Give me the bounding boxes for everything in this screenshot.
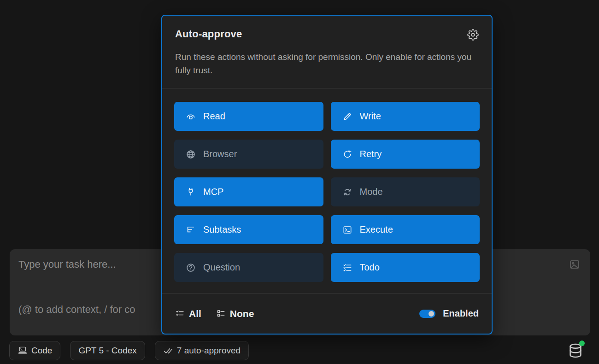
- action-grid: ReadWriteBrowserRetryMCPModeSubtasksExec…: [162, 88, 492, 293]
- dialog-title: Auto-approve: [175, 28, 242, 40]
- action-label: Question: [203, 262, 240, 273]
- model-select-label: GPT 5 - Codex: [78, 346, 136, 356]
- action-label: MCP: [203, 187, 223, 197]
- globe-icon: [186, 149, 196, 159]
- auto-approved-button[interactable]: 7 auto-approved: [155, 341, 249, 360]
- settings-gear-icon[interactable]: [467, 29, 479, 41]
- select-all-button[interactable]: All: [175, 308, 201, 319]
- action-label: Execute: [360, 224, 393, 235]
- plug-icon: [186, 187, 196, 197]
- database-status-button[interactable]: [567, 342, 584, 359]
- enabled-toggle[interactable]: [419, 310, 435, 318]
- auto-approve-action-retry[interactable]: Retry: [331, 140, 480, 169]
- select-none-button[interactable]: None: [216, 308, 254, 319]
- auto-approve-action-execute[interactable]: Execute: [331, 215, 480, 244]
- task-input-hint: (@ to add context, / for co: [18, 304, 135, 316]
- action-label: Write: [360, 111, 381, 122]
- attach-image-icon[interactable]: [569, 258, 581, 270]
- dialog-description: Run these actions without asking for per…: [175, 50, 477, 77]
- dialog-header: Auto-approve Run these actions without a…: [162, 16, 492, 88]
- auto-approve-dialog: Auto-approve Run these actions without a…: [161, 15, 493, 335]
- action-label: Browser: [203, 149, 237, 159]
- auto-approved-label: 7 auto-approved: [177, 346, 241, 356]
- enabled-toggle-label: Enabled: [443, 308, 479, 319]
- terminal-icon: [342, 225, 352, 235]
- pencil-icon: [342, 112, 352, 122]
- action-label: Todo: [360, 262, 380, 273]
- refresh-icon: [342, 149, 352, 159]
- dialog-footer: All None Enabled: [162, 293, 492, 334]
- auto-approve-action-read[interactable]: Read: [174, 102, 323, 131]
- model-select-button[interactable]: GPT 5 - Codex: [70, 341, 145, 360]
- check-all-icon: [163, 346, 173, 356]
- mode-select-label: Code: [31, 346, 52, 356]
- auto-approve-action-mcp[interactable]: MCP: [174, 177, 323, 206]
- action-label: Retry: [360, 149, 382, 159]
- sync-icon: [342, 187, 352, 197]
- checklist-all-icon: [175, 309, 185, 318]
- mode-select-button[interactable]: Code: [9, 341, 60, 360]
- list-tree-icon: [186, 225, 196, 235]
- auto-approve-action-todo[interactable]: Todo: [331, 253, 480, 282]
- select-none-label: None: [230, 308, 254, 319]
- online-status-dot: [579, 341, 585, 346]
- auto-approve-action-mode[interactable]: Mode: [331, 177, 480, 206]
- status-bar: Code GPT 5 - Codex 7 auto-approved: [9, 341, 249, 360]
- auto-approve-action-question[interactable]: Question: [174, 253, 323, 282]
- task-input-placeholder: Type your task here...: [18, 258, 116, 270]
- action-label: Subtasks: [203, 224, 241, 235]
- eye-icon: [186, 112, 196, 122]
- action-label: Mode: [360, 187, 383, 197]
- select-all-label: All: [189, 308, 201, 319]
- auto-approve-action-write[interactable]: Write: [331, 102, 480, 131]
- auto-approve-action-browser[interactable]: Browser: [174, 140, 323, 169]
- action-label: Read: [203, 111, 225, 122]
- question-icon: [186, 263, 196, 273]
- checklist-icon: [342, 263, 352, 273]
- list-none-icon: [216, 309, 226, 318]
- enabled-toggle-knob: [429, 311, 434, 317]
- auto-approve-action-subtasks[interactable]: Subtasks: [174, 215, 323, 244]
- laptop-icon: [18, 346, 28, 356]
